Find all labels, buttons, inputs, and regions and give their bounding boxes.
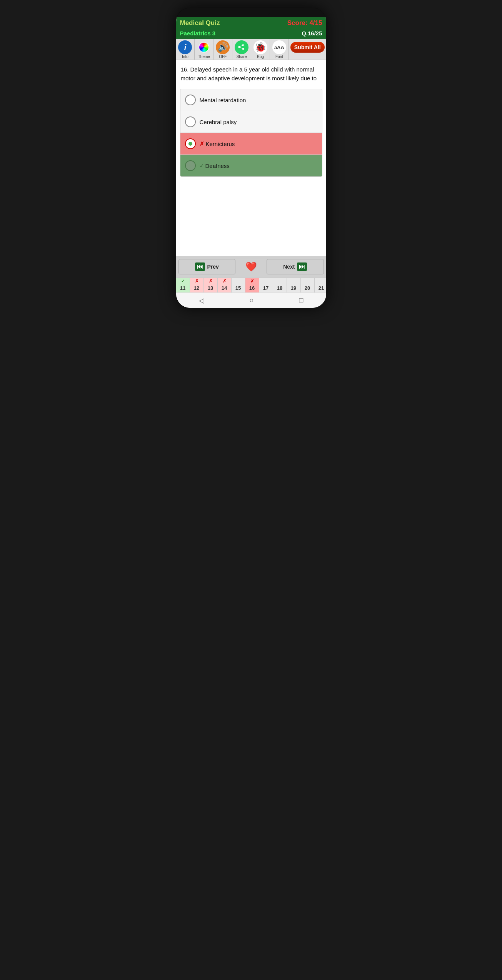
prev-label: Prev [207,264,219,270]
option-d[interactable]: ✓ Deafness [180,155,322,176]
next-button[interactable]: Next ⏭ [267,259,324,274]
app-title: Medical Quiz [180,19,220,27]
toolbar-submit[interactable]: Submit All [289,39,326,60]
prev-button[interactable]: ⏮ Prev [178,259,235,274]
sound-label: OFF [219,55,227,59]
phone-frame: Medical Quiz Score: 4/15 Paediatrics 3 Q… [176,8,326,308]
page-num-14: 14 [222,285,227,291]
page-item-14[interactable]: ✗ 14 [218,278,232,292]
share-label: Share [237,55,247,59]
page-num-12: 12 [194,285,199,291]
page-item-15[interactable]: 15 [232,278,245,292]
score-label: Score: 4/15 [287,19,322,27]
font-icon: aAA [272,40,286,54]
system-nav: ◁ ○ □ [176,292,326,308]
heart-button[interactable]: ❤️ [237,258,265,275]
radio-a [185,95,196,105]
bottom-nav: ⏮ Prev ❤️ Next ⏭ [176,256,326,277]
submit-button[interactable]: Submit All [290,42,325,53]
status-bar [176,8,326,17]
toolbar-share[interactable]: Share [232,39,251,60]
toolbar-sound[interactable]: 🔊 OFF [213,39,232,60]
page-num-11: 11 [180,285,185,291]
page-num-21: 21 [319,285,324,291]
radio-c [185,138,196,149]
options-container: Mental retardation Cerebral palsy ✗ Kern… [180,89,322,177]
page-item-16[interactable]: ✗ 16 [245,278,259,292]
page-num-18: 18 [277,285,282,291]
font-label: Font [275,55,283,59]
app-container: Medical Quiz Score: 4/15 Paediatrics 3 Q… [176,17,326,308]
page-num-20: 20 [305,285,310,291]
toolbar: i Info Theme 🔊 OFF Share [176,39,326,60]
recents-button[interactable]: □ [299,296,304,304]
back-button[interactable]: ◁ [199,296,204,305]
home-button[interactable]: ○ [250,296,254,304]
dot-12: ✗ [195,279,198,284]
section-title: Paediatrics 3 [180,30,216,37]
heart-icon: ❤️ [245,261,257,272]
page-item-13[interactable]: ✗ 13 [204,278,218,292]
dot-16: ✗ [250,279,254,284]
radio-c-inner [188,141,193,146]
option-b-text: Cerebral palsy [200,119,237,125]
page-item-21[interactable]: 21 [315,278,326,292]
toolbar-theme[interactable]: Theme [195,39,213,60]
bug-icon: 🐞 [254,40,267,54]
pagination: ✓ 11 ✗ 12 ✗ 13 ✗ 14 15 ✗ 16 [176,277,326,292]
sound-icon: 🔊 [216,40,230,54]
option-d-text: Deafness [205,163,230,169]
question-number-display: Q.16/25 [302,30,322,37]
share-icon [235,40,248,54]
radio-b [185,116,196,127]
option-b[interactable]: Cerebral palsy [180,111,322,133]
toolbar-bug[interactable]: 🐞 Bug [251,39,270,60]
header-top: Medical Quiz Score: 4/15 [176,17,326,29]
page-num-17: 17 [263,285,269,291]
page-item-12[interactable]: ✗ 12 [190,278,204,292]
dot-11: ✓ [181,279,185,284]
question-number: 16. [181,66,189,73]
page-item-19[interactable]: 19 [287,278,301,292]
page-num-16: 16 [249,285,255,291]
page-num-13: 13 [208,285,213,291]
header-bottom: Paediatrics 3 Q.16/25 [176,29,326,39]
page-num-15: 15 [235,285,241,291]
info-icon: i [178,40,192,54]
next-end-icon: ⏭ [297,262,307,271]
option-a[interactable]: Mental retardation [180,89,322,111]
question-text: 16. Delayed speech in a 5 year old child… [176,60,326,86]
radio-d [185,160,196,171]
bug-label: Bug [257,55,264,59]
prev-start-icon: ⏮ [195,262,205,271]
toolbar-font[interactable]: aAA Font [270,39,289,60]
page-item-20[interactable]: 20 [301,278,315,292]
content-area [176,179,326,256]
question-body: Delayed speech in a 5 year old child wit… [181,66,317,81]
dot-14: ✗ [223,279,226,284]
theme-label: Theme [198,55,210,59]
page-item-17[interactable]: 17 [259,278,273,292]
page-item-11[interactable]: ✓ 11 [176,278,190,292]
toolbar-info[interactable]: i Info [176,39,195,60]
dot-13: ✗ [209,279,212,284]
page-item-18[interactable]: 18 [273,278,287,292]
option-c-text: Kernicterus [206,141,235,147]
info-label: Info [182,55,188,59]
option-c[interactable]: ✗ Kernicterus [180,133,322,155]
correct-marker: ✓ [200,163,204,169]
option-a-text: Mental retardation [200,97,246,103]
next-label: Next [283,264,295,270]
wrong-marker: ✗ [200,141,204,147]
status-notch [232,10,270,15]
theme-icon [197,40,211,54]
page-num-19: 19 [291,285,296,291]
